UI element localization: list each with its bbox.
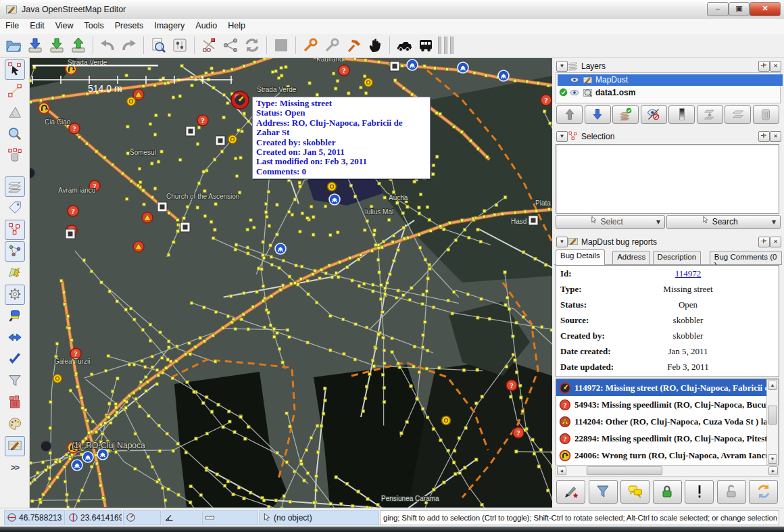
tab-description[interactable]: Description [653,251,702,264]
comment-bug-button[interactable] [620,480,650,504]
vscroll-down-arrow[interactable]: ▼ [768,454,777,464]
search-button[interactable]: Search▾ [666,215,781,229]
title-bar[interactable]: Java OpenStreetMap Editor – ▣ ✕ [0,0,784,20]
selection-panel-collapse-button[interactable]: ▼ [556,131,568,142]
menu-item-audio[interactable]: Audio [190,19,222,34]
map-marker-dot[interactable] [364,78,373,87]
download-primitive-button[interactable] [25,35,45,55]
layer-duplicate-button[interactable] [725,105,751,124]
refresh-bug-button[interactable] [749,480,778,504]
layer-opacity-button[interactable] [668,105,695,124]
select-button[interactable]: Select▾ [556,215,665,229]
bug-row-54943[interactable]: ?54943: Missing speedlimit (RO, Cluj-Nap… [556,396,770,413]
styles-toggle[interactable] [5,414,25,435]
map-marker-q[interactable]: ? [506,380,517,391]
layer-row-data1.osm[interactable]: data1.osm [558,87,783,99]
layer-merge-button[interactable] [697,105,723,124]
layers-panel-stick-button[interactable] [758,61,770,72]
menu-item-file[interactable]: File [0,19,24,34]
layers-panel-collapse-button[interactable]: ▼ [556,61,568,72]
draw-way-tool[interactable] [5,81,25,101]
map-marker-poi[interactable] [216,136,225,145]
map-marker-blue[interactable] [407,59,418,70]
update-data-button[interactable] [242,35,262,55]
upload-button[interactable] [68,35,89,55]
map-marker-q[interactable]: ? [197,115,208,126]
layer-activate-button[interactable] [612,105,639,124]
map-marker-dark[interactable] [41,441,51,452]
map-marker-q[interactable]: ? [69,123,80,134]
map-marker-poi[interactable] [186,126,195,136]
redo-button[interactable] [119,35,139,55]
map-marker-dot[interactable] [228,135,237,144]
map-marker-q[interactable]: ? [513,427,524,438]
bug-row-114972[interactable]: 114972: Missing street (RO, Cluj-Napoca,… [556,379,770,396]
relation-toggle[interactable] [5,241,25,262]
validator-toggle[interactable] [5,349,25,370]
tool-wrench-button[interactable] [300,35,320,55]
properties-toggle[interactable] [5,285,25,305]
hscroll-right-arrow[interactable]: ► [768,466,778,475]
map-marker-q[interactable]: ? [541,95,552,105]
selection-panel-close-button[interactable]: ✕ [770,131,781,142]
map-marker-poi[interactable] [66,229,75,239]
preset-bus-button[interactable] [416,35,436,55]
mapdust-panel-collapse-button[interactable]: ▼ [556,237,568,247]
mapdust-panel-close-button[interactable]: ✕ [770,237,781,247]
bug-row-22894[interactable]: ?22894: Missing speedlimit (RO, Cluj-Nap… [556,430,770,447]
menu-item-imagery[interactable]: Imagery [149,19,190,34]
reopen-bug-button[interactable] [717,480,746,504]
vscroll-thumb[interactable] [768,406,777,425]
preset-car-button[interactable] [394,35,414,55]
conflict-toggle[interactable] [5,328,25,348]
filter-bug-button[interactable] [589,480,618,504]
maximize-button[interactable]: ▣ [729,2,750,16]
layer-row-MapDust[interactable]: MapDust [558,74,783,86]
map-marker-turn[interactable] [39,103,49,114]
menu-item-tools[interactable]: Tools [79,19,109,34]
mapdust-panel-stick-button[interactable] [758,237,770,247]
paint-toggle[interactable] [5,306,25,327]
split-way-button[interactable] [199,35,219,55]
menu-item-presets[interactable]: Presets [109,19,149,34]
purge-button[interactable] [5,393,25,413]
map-marker-dot[interactable] [127,97,136,106]
tags-toggle[interactable] [5,198,25,218]
map-marker-poi[interactable] [390,62,399,71]
detail-value[interactable]: 114972 [620,268,756,279]
placeholder-button[interactable] [271,35,291,55]
map-marker-poi[interactable] [157,202,167,212]
tool-hammer-button[interactable] [343,35,364,55]
map-marker-blue[interactable] [458,62,468,73]
menu-item-edit[interactable]: Edit [24,19,50,34]
map-marker-blue[interactable] [498,70,509,81]
map-canvas[interactable]: ??????????Strada VerdeStrada VerdeKaufla… [30,58,552,508]
selection-panel-stick-button[interactable] [758,131,770,142]
close-bug-button[interactable] [653,480,682,504]
zoom-tool[interactable] [5,124,25,145]
layers-panel-close-button[interactable]: ✕ [770,61,781,72]
invalidate-bug-button[interactable] [685,480,714,504]
filter-toggle[interactable] [5,371,25,391]
hscroll-left-arrow[interactable]: ◄ [557,466,566,475]
tab-address[interactable]: Address [612,251,650,264]
bug-row-114204[interactable]: 114204: Other (RO, Cluj-Napoca, Cuza Vod… [556,413,770,430]
map-marker-warn[interactable] [133,241,144,252]
open-button[interactable] [3,35,24,55]
map-marker-poi[interactable] [529,216,538,225]
undo-button[interactable] [97,35,118,55]
map-marker-blue[interactable] [275,243,286,254]
layers-toggle[interactable] [5,176,25,197]
map-marker-poi[interactable] [180,222,190,232]
minimize-button[interactable]: – [707,2,729,16]
selection-toggle[interactable] [5,220,25,240]
map-marker-blue[interactable] [72,460,82,470]
vscroll-up-arrow[interactable]: ▲ [768,381,777,390]
mapdust-toggle[interactable] [5,436,25,456]
select-tool[interactable] [5,59,25,80]
layer-up-button[interactable] [556,105,583,124]
bug-list-hscroll[interactable]: ◄► [556,465,779,477]
selection-list[interactable] [556,144,779,214]
download-button[interactable] [47,35,67,55]
map-marker-dot[interactable] [442,416,451,425]
